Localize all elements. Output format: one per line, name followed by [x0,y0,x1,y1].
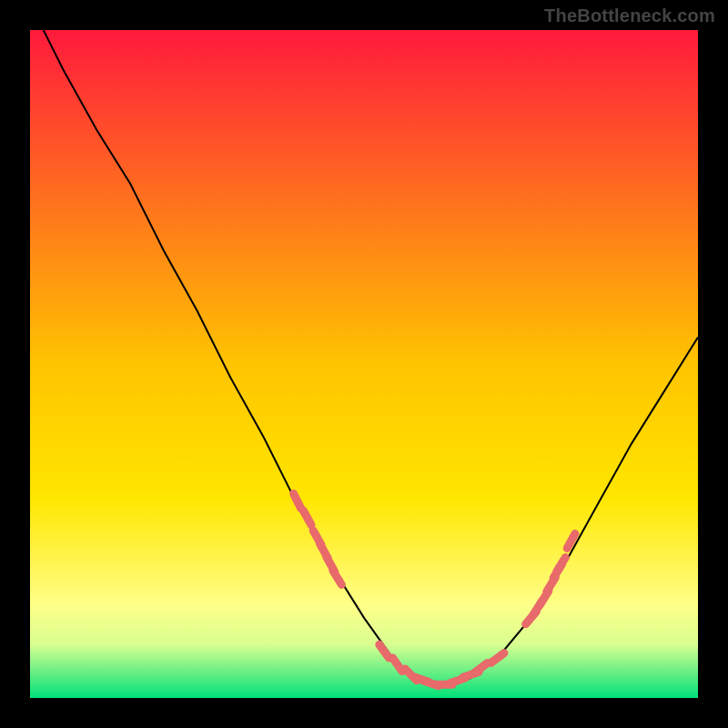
chart-container: TheBottleneck.com [0,0,728,728]
chart-svg [0,0,728,728]
plot-background [30,30,698,698]
watermark-text: TheBottleneck.com [544,5,715,26]
